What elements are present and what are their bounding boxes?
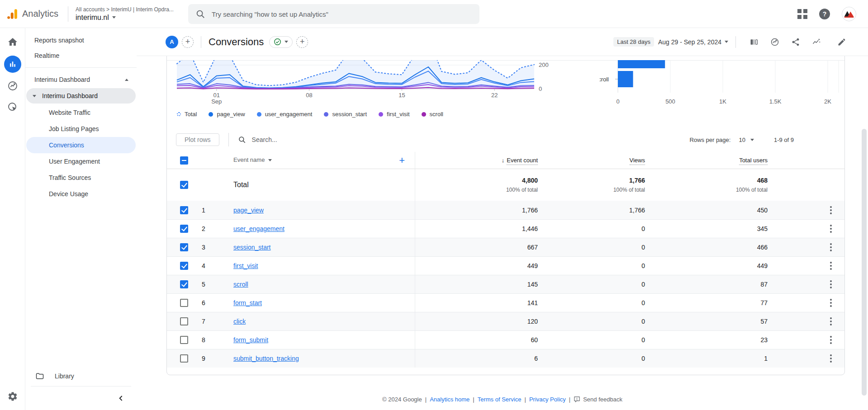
row-checkbox[interactable] xyxy=(180,299,188,307)
row-checkbox[interactable] xyxy=(180,336,188,344)
total-users: 468 xyxy=(645,177,768,184)
legend-item-session_start[interactable]: session_start xyxy=(324,111,367,118)
breadcrumb[interactable]: All accounts > InterimU | Interim Opdra.… xyxy=(76,6,174,13)
property-selector[interactable]: interimu.nl xyxy=(76,14,174,22)
collection-header[interactable]: Interimu Dashboard xyxy=(25,72,137,87)
sidebar-item-conversions[interactable]: Conversions xyxy=(26,137,136,153)
row-menu-icon[interactable] xyxy=(830,280,832,288)
sidebar-item-user-engagement[interactable]: User Engagement xyxy=(26,153,136,170)
share-icon[interactable] xyxy=(791,38,800,47)
legend-swatch xyxy=(324,112,328,117)
event-name-link[interactable]: page_view xyxy=(233,207,264,214)
subcollection-interimu-dashboard[interactable]: Interimu Dashboard xyxy=(26,88,136,104)
event-name-link[interactable]: submit_button_tracking xyxy=(233,355,299,362)
sidebar-item-device-usage[interactable]: Device Usage xyxy=(26,186,136,202)
row-checkbox[interactable] xyxy=(180,243,188,251)
legend-item-scroll[interactable]: scroll xyxy=(422,111,443,118)
diagnostics-grid-icon[interactable] xyxy=(797,9,807,19)
date-range-selector[interactable]: Aug 29 - Sep 25, 2024 xyxy=(658,38,721,46)
send-feedback-link[interactable]: Send feedback xyxy=(583,396,622,403)
row-menu-icon[interactable] xyxy=(830,225,832,233)
comparison-chip[interactable]: A xyxy=(166,36,178,48)
chevron-down-icon[interactable] xyxy=(750,139,754,141)
vertical-scrollbar[interactable] xyxy=(862,129,867,396)
column-header-event-count[interactable]: Event count xyxy=(507,157,538,165)
settings-gear-icon[interactable] xyxy=(7,391,18,402)
event-name-link[interactable]: user_engagement xyxy=(233,225,285,232)
terms-link[interactable]: Terms of Service xyxy=(478,396,522,403)
row-checkbox[interactable] xyxy=(180,280,188,288)
home-icon[interactable] xyxy=(7,37,18,47)
add-column-button[interactable]: + xyxy=(399,155,405,166)
event-name-link[interactable]: session_start xyxy=(233,244,270,251)
event-name-link[interactable]: form_start xyxy=(233,299,262,306)
sidebar-item-traffic-sources[interactable]: Traffic Sources xyxy=(26,170,136,186)
add-comparison-button[interactable]: + xyxy=(182,36,194,48)
row-checkbox[interactable] xyxy=(180,225,188,233)
event-count-cell: 120 xyxy=(415,318,538,325)
conversion-status-badge[interactable] xyxy=(269,36,293,48)
plot-rows-button[interactable]: Plot rows xyxy=(176,133,219,146)
sparkline-insights-icon[interactable] xyxy=(812,38,821,47)
row-checkbox[interactable] xyxy=(180,206,188,214)
collapse-sidebar-icon[interactable] xyxy=(117,394,126,403)
row-menu-icon[interactable] xyxy=(830,317,832,325)
row-menu-icon[interactable] xyxy=(830,243,832,251)
sidebar-item-realtime[interactable]: Realtime xyxy=(25,48,137,63)
sidebar-item-library[interactable]: Library xyxy=(25,366,137,386)
row-checkbox[interactable] xyxy=(180,354,188,363)
privacy-link[interactable]: Privacy Policy xyxy=(529,396,566,403)
event-name-link[interactable]: first_visit xyxy=(233,262,258,269)
chevron-down-icon[interactable] xyxy=(725,41,728,43)
advertising-icon[interactable] xyxy=(7,102,18,113)
sidebar-item-job-listing-pages[interactable]: Job Listing Pages xyxy=(26,121,136,137)
row-menu-icon[interactable] xyxy=(830,262,832,270)
legend-item-page_view[interactable]: page_view xyxy=(209,111,245,118)
row-menu-icon[interactable] xyxy=(830,206,832,214)
table-search-input[interactable]: Search... xyxy=(252,136,277,143)
event-name-link[interactable]: form_submit xyxy=(233,336,268,344)
reports-icon[interactable] xyxy=(4,56,21,73)
table-search-icon xyxy=(238,136,246,144)
table-row: 1page_view1,7661,766450 xyxy=(167,201,844,219)
chart-legend: Totalpage_viewuser_engagementsession_sta… xyxy=(177,111,443,118)
select-all-checkbox[interactable] xyxy=(180,156,188,165)
page-footer: © 2024 Google|Analytics home|Terms of Se… xyxy=(137,396,868,403)
sidebar-item-reports-snapshot[interactable]: Reports snapshot xyxy=(25,33,137,48)
add-metric-button[interactable]: + xyxy=(296,36,308,48)
row-checkbox[interactable] xyxy=(180,262,188,270)
help-icon[interactable]: ? xyxy=(819,9,830,19)
column-header-total-users[interactable]: Total users xyxy=(739,157,768,165)
analytics-logo[interactable]: Analytics xyxy=(0,8,68,20)
global-search-input[interactable]: Try searching "how to set up Analytics" xyxy=(188,4,479,24)
column-header-event-name[interactable]: Event name xyxy=(233,156,265,164)
insights-icon[interactable] xyxy=(770,38,779,47)
column-header-views[interactable]: Views xyxy=(630,157,645,165)
explore-icon[interactable] xyxy=(7,80,18,91)
row-menu-icon[interactable] xyxy=(830,299,832,307)
legend-item-total[interactable]: Total xyxy=(177,111,197,118)
row-menu-icon[interactable] xyxy=(830,354,832,363)
chevron-down-icon[interactable] xyxy=(268,159,272,161)
row-index: 9 xyxy=(188,355,220,362)
chevron-down-icon xyxy=(33,95,36,97)
comparison-panel-icon[interactable] xyxy=(749,38,759,47)
event-count-cell: 60 xyxy=(415,336,538,344)
edit-pencil-icon[interactable] xyxy=(837,38,846,47)
svg-text:1.5K: 1.5K xyxy=(769,98,782,105)
bar-chart: 05001K1.5K2Kscroll xyxy=(600,60,845,105)
event-name-link[interactable]: scroll xyxy=(233,281,248,288)
analytics-home-link[interactable]: Analytics home xyxy=(430,396,470,403)
total-row-checkbox[interactable] xyxy=(180,181,188,189)
legend-item-first_visit[interactable]: first_visit xyxy=(379,111,410,118)
row-menu-icon[interactable] xyxy=(830,336,832,344)
legend-item-user_engagement[interactable]: user_engagement xyxy=(257,111,313,118)
analytics-logo-icon xyxy=(6,8,18,20)
event-name-link[interactable]: click xyxy=(233,318,246,325)
account-avatar[interactable] xyxy=(842,7,856,21)
date-preset-chip[interactable]: Last 28 days xyxy=(613,37,654,47)
rows-per-page-select[interactable]: 10 xyxy=(739,137,745,143)
sidebar-item-website-traffic[interactable]: Website Traffic xyxy=(26,104,136,121)
row-checkbox[interactable] xyxy=(180,317,188,325)
events-table: Event name + ↓Event count Views Total us… xyxy=(167,152,844,368)
